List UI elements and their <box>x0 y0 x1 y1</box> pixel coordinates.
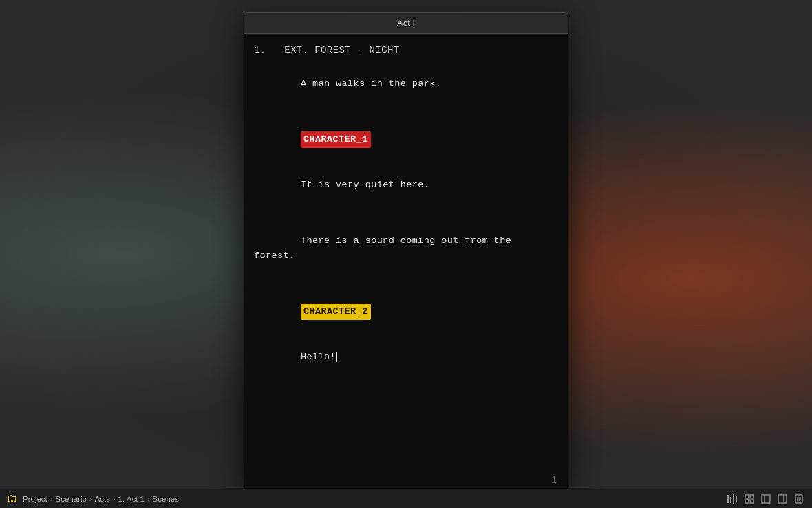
character2-dialogue: Hello! <box>301 352 336 362</box>
panel-left-icon[interactable] <box>760 493 772 505</box>
svg-rect-6 <box>745 500 749 503</box>
breadcrumb-scenario: Scenario <box>55 495 86 503</box>
character1-dialogue: It is very quiet here. <box>301 180 429 190</box>
character1-name: CHARACTER_1 <box>301 131 371 148</box>
scene-number: 1. <box>254 45 266 56</box>
bottom-bar: 🗂 Project › Scenario › Acts › 1. Act 1 ›… <box>0 489 812 508</box>
title-bar: Act I <box>244 13 568 34</box>
breadcrumb-scenes: Scenes <box>153 495 179 503</box>
panel-right-icon[interactable] <box>776 493 789 505</box>
breadcrumb-project: Project <box>23 495 47 503</box>
svg-rect-8 <box>762 495 770 503</box>
text-cursor <box>336 352 337 362</box>
download-icon[interactable] <box>793 493 805 505</box>
window-title: Act I <box>397 18 415 28</box>
transition-text: There is a sound coming out from the for… <box>254 235 517 261</box>
breadcrumb-act1: 1. Act 1 <box>118 495 145 503</box>
svg-rect-7 <box>750 500 754 503</box>
svg-rect-4 <box>745 495 749 498</box>
action-text: A man walks in the park. <box>301 78 441 89</box>
svg-rect-5 <box>750 495 754 498</box>
mixer-icon[interactable] <box>727 493 739 505</box>
character1-block: CHARACTER_1 It is very quiet here. <box>254 117 558 208</box>
character2-block: CHARACTER_2 Hello! <box>254 289 558 380</box>
editor-window: Act I 1. EXT. FOREST - NIGHT A man walks… <box>244 12 568 494</box>
transition-line: There is a sound coming out from the for… <box>254 218 558 277</box>
script-body[interactable]: A man walks in the park. CHARACTER_1 It … <box>244 61 568 379</box>
character2-name: CHARACTER_2 <box>301 304 371 320</box>
editor-content[interactable]: 1. EXT. FOREST - NIGHT A man walks in th… <box>244 34 568 494</box>
breadcrumb: Project › Scenario › Acts › 1. Act 1 › S… <box>23 495 179 503</box>
action-line: A man walks in the park. <box>254 61 558 106</box>
svg-rect-1 <box>730 497 731 503</box>
scene-heading: 1. EXT. FOREST - NIGHT <box>244 34 568 61</box>
expand-icon[interactable] <box>743 493 756 505</box>
folder-icon[interactable]: 🗂 <box>7 493 17 505</box>
svg-rect-10 <box>778 495 787 503</box>
breadcrumb-acts: Acts <box>95 495 110 503</box>
scene-heading-text: EXT. FOREST - NIGHT <box>284 45 400 56</box>
svg-rect-2 <box>733 494 734 504</box>
svg-rect-0 <box>727 495 729 503</box>
svg-rect-3 <box>736 496 737 502</box>
page-number: 1 <box>551 475 557 485</box>
bottom-icons <box>727 493 805 505</box>
